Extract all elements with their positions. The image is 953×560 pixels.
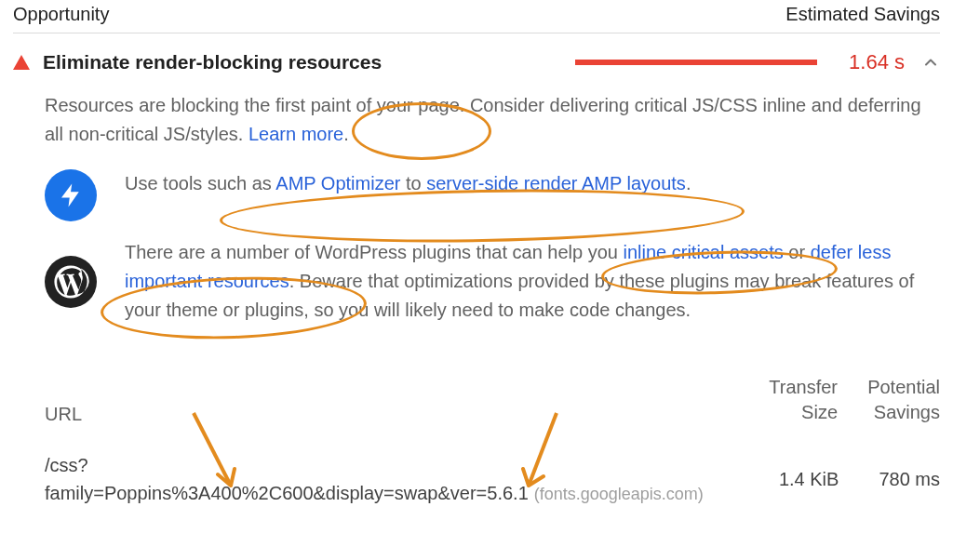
- opportunity-item[interactable]: Eliminate render-blocking resources 1.64…: [13, 33, 940, 84]
- wp-inline-link[interactable]: inline critical assets: [623, 242, 783, 262]
- savings-column-label: PotentialSavings: [838, 375, 940, 425]
- amp-text-mid: to: [400, 173, 426, 193]
- amp-text-suffix: .: [686, 173, 691, 193]
- url-column-label: URL: [45, 404, 735, 425]
- row-transfer-size: 1.4 KiB: [738, 469, 839, 490]
- amp-text-prefix: Use tools such as: [125, 173, 275, 193]
- row-potential-savings: 780 ms: [839, 469, 940, 490]
- amp-optimizer-link[interactable]: AMP Optimizer: [275, 173, 400, 193]
- row-host: (fonts.googleapis.com): [534, 485, 704, 503]
- estimated-savings-label: Estimated Savings: [785, 4, 940, 25]
- wp-text-mid: or: [784, 242, 811, 262]
- opportunity-description: Resources are blocking the first paint o…: [13, 91, 940, 149]
- amp-icon: [45, 169, 97, 221]
- wp-text-prefix: There are a number of WordPress plugins …: [125, 242, 623, 262]
- table-row: /css?family=Poppins%3A400%2C600&display=…: [13, 451, 940, 507]
- warning-triangle-icon: [13, 55, 30, 70]
- column-headers: Opportunity Estimated Savings: [13, 4, 940, 33]
- resource-table-header: URL TransferSize PotentialSavings: [13, 375, 940, 425]
- amp-tip-row: Use tools such as AMP Optimizer to serve…: [13, 169, 940, 221]
- wordpress-tip-row: There are a number of WordPress plugins …: [13, 238, 940, 325]
- chevron-up-icon[interactable]: [921, 53, 940, 72]
- desc-period: .: [343, 124, 349, 144]
- opportunity-title: Eliminate render-blocking resources: [43, 51, 382, 73]
- amp-ssr-link[interactable]: server-side render AMP layouts: [426, 173, 686, 193]
- transfer-column-label: TransferSize: [735, 375, 838, 425]
- savings-value: 1.64 s: [849, 50, 905, 74]
- savings-bar: [575, 60, 817, 65]
- learn-more-link[interactable]: Learn more: [248, 124, 343, 144]
- wordpress-icon: [45, 256, 97, 308]
- row-url: /css?family=Poppins%3A400%2C600&display=…: [45, 451, 738, 507]
- opportunity-label: Opportunity: [13, 4, 109, 25]
- desc-text: Resources are blocking the first paint o…: [45, 95, 921, 144]
